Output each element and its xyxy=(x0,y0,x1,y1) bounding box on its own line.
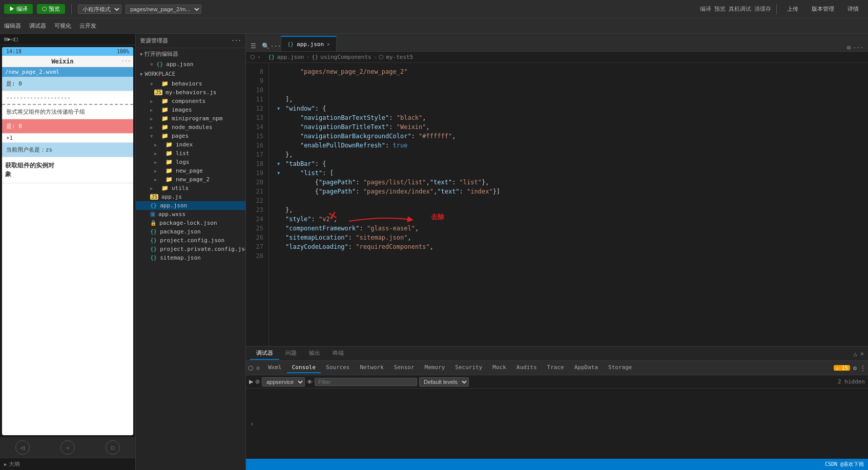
file-sitemap[interactable]: {} sitemap.json xyxy=(136,253,245,262)
phone-nav-btn-3[interactable]: □ xyxy=(106,440,120,455)
preview-button[interactable]: ⬡ 预览 xyxy=(37,4,65,14)
phone-nav-btn-2[interactable]: ○ xyxy=(60,440,75,455)
breadcrumb-item-1[interactable]: app.json xyxy=(277,54,304,60)
sitemap-icon: {} xyxy=(150,254,157,261)
mode-select[interactable]: 小程序模式 xyxy=(78,5,121,14)
devtools-tab-memory[interactable]: Memory xyxy=(420,362,450,373)
file-package-json[interactable]: {} package.json xyxy=(136,227,245,236)
folder-new-page[interactable]: ▶ 📁 new_page xyxy=(136,166,245,175)
folder-pages[interactable]: ▼ 📁 pages xyxy=(136,132,245,140)
code-line-17: }, xyxy=(277,150,868,159)
clear-cache-btn[interactable]: 清缓存 xyxy=(754,5,771,13)
folder-list[interactable]: ▶ 📁 list xyxy=(136,149,245,158)
folder-new-page-2[interactable]: ▶ 📁 new_page_2 xyxy=(136,175,245,184)
visual-menu[interactable]: 可视化 xyxy=(54,22,71,30)
folder-utils[interactable]: ▶ 📁 utils xyxy=(136,184,245,193)
devtools-settings-btn[interactable]: ⚙ xyxy=(853,365,857,372)
devtools-tab-appdata[interactable]: AppData xyxy=(569,362,603,373)
devtools-tab-security[interactable]: Security xyxy=(450,362,487,373)
devtools-tab-console[interactable]: Console xyxy=(287,362,321,373)
nav-back-btn[interactable]: ⬡ xyxy=(250,54,255,60)
details-button[interactable]: 详情 xyxy=(842,4,864,14)
console-service-select[interactable]: appservice xyxy=(262,377,305,387)
console-area[interactable]: › xyxy=(246,389,868,459)
devtools-tab-storage[interactable]: Storage xyxy=(603,362,637,373)
folder-index[interactable]: ▶ 📁 index xyxy=(136,140,245,149)
file-project-config[interactable]: {} project.config.json xyxy=(136,236,245,245)
device-test-btn[interactable]: 真机调试 xyxy=(729,5,751,13)
file-app-wxss[interactable]: ≡ app.wxss xyxy=(136,210,245,219)
console-clear-btn[interactable]: ⊘ xyxy=(255,378,260,385)
outline-section[interactable]: ▶ 大纲 xyxy=(0,458,135,470)
debugger-menu[interactable]: 调试器 xyxy=(29,22,46,30)
bottom-tab-issues[interactable]: 问题 xyxy=(279,347,303,360)
upload-button[interactable]: 上传 xyxy=(782,4,803,14)
breadcrumb-item-3[interactable]: my-test5 xyxy=(386,54,413,60)
fold-18[interactable]: ▼ xyxy=(277,159,285,168)
split-editor-btn[interactable]: ⊞ xyxy=(847,44,851,51)
console-filter-input[interactable] xyxy=(315,378,417,386)
path-select[interactable]: pages/new_page_2/m... xyxy=(126,5,201,14)
devtools-inspect-btn[interactable]: ⬡ xyxy=(248,365,253,372)
file-app-json[interactable]: {} app.json xyxy=(136,201,245,210)
folder-images[interactable]: ▶ 📁 images xyxy=(136,105,245,114)
devtools-tab-mock[interactable]: Mock xyxy=(487,362,511,373)
breadcrumb-item-2[interactable]: usingComponents xyxy=(320,54,371,60)
devtools-tab-network[interactable]: Network xyxy=(355,362,388,373)
devtools-no-inspect-btn[interactable]: ⊘ xyxy=(256,365,260,372)
editor-more-btn[interactable]: ··· xyxy=(853,44,864,51)
bottom-panel-expand[interactable]: △ xyxy=(854,350,857,357)
file-package-lock[interactable]: 🔒 package-lock.json xyxy=(136,219,245,227)
fold-19[interactable]: ▼ xyxy=(277,168,285,178)
phone-icon-back[interactable]: ◁ xyxy=(11,36,14,42)
file-project-private[interactable]: {} project.private.config.json xyxy=(136,245,245,253)
phone-nav-btn-1[interactable]: ◁ xyxy=(15,440,30,455)
file-panel-more[interactable]: ··· xyxy=(231,37,241,44)
opened-file-close[interactable]: × xyxy=(150,61,153,67)
bottom-tab-terminal[interactable]: 终端 xyxy=(326,347,350,360)
bottom-tab-output[interactable]: 输出 xyxy=(303,347,326,360)
phone-icon-home[interactable]: □ xyxy=(14,36,18,42)
folder-node-modules[interactable]: ▶ 📁 node_modules xyxy=(136,123,245,132)
search-editor-btn[interactable]: 🔍 xyxy=(260,41,271,51)
bottom-panel-close[interactable]: × xyxy=(860,350,864,357)
folder-miniprogram-npm[interactable]: ▶ 📁 miniprogram_npm xyxy=(136,114,245,123)
translate-btn[interactable]: 编译 xyxy=(700,5,711,13)
tab-app-json[interactable]: {} app.json × xyxy=(281,36,337,51)
sidebar-toggle-btn[interactable]: ☰ xyxy=(248,41,258,51)
folder-behaviors[interactable]: ▼ 📁 behaviors xyxy=(136,79,245,88)
phone-item-6: 获取组件的实例对象 xyxy=(2,157,133,183)
editor-menu[interactable]: 编辑器 xyxy=(4,22,21,30)
tab-close-btn[interactable]: × xyxy=(327,41,330,47)
devtools-tab-sources[interactable]: Sources xyxy=(321,362,355,373)
compile-button[interactable]: ▶ 编译 xyxy=(4,4,33,14)
opened-editors-section[interactable]: ▼ 打开的编辑器 xyxy=(136,48,245,60)
phone-icon-play[interactable]: ▶ xyxy=(8,36,11,42)
code-text-25: "componentFramework": "glass-easel", xyxy=(285,224,868,233)
file-my-behaviors[interactable]: JS my-behaviors.js xyxy=(136,88,245,97)
folder-components[interactable]: ▶ 📁 components xyxy=(136,97,245,105)
workplace-section[interactable]: ▼ WORKPLACE xyxy=(136,69,245,79)
opened-file-item[interactable]: × {} app.json xyxy=(136,60,245,69)
devtools-tab-audits[interactable]: Audits xyxy=(511,362,542,373)
preview-btn[interactable]: 预览 xyxy=(714,5,726,13)
console-eye-btn[interactable]: 👁 xyxy=(307,379,313,385)
cloud-menu[interactable]: 云开发 xyxy=(79,22,96,30)
devtools-tab-sensor[interactable]: Sensor xyxy=(389,362,420,373)
bottom-tab-debugger[interactable]: 调试器 xyxy=(250,347,279,360)
code-content[interactable]: "pages/new_page_2/new_page_2" ], xyxy=(269,63,868,346)
second-toolbar: 编辑器 调试器 可视化 云开发 xyxy=(0,18,868,34)
devtools-more-btn[interactable]: ⋮ xyxy=(860,365,866,372)
console-level-select[interactable]: Default levels xyxy=(419,377,469,387)
phone-icon-grid[interactable]: ⊞ xyxy=(4,36,8,42)
more-editor-btn[interactable]: ··· xyxy=(271,41,281,51)
nav-forward-btn[interactable]: › xyxy=(257,54,261,60)
devtools-tab-trace[interactable]: Trace xyxy=(542,362,569,373)
folder-logs[interactable]: ▶ 📁 logs xyxy=(136,158,245,166)
fold-12[interactable]: ▼ xyxy=(277,104,285,113)
devtools-tab-wxml[interactable]: Wxml xyxy=(263,362,287,373)
code-text-10 xyxy=(285,86,868,95)
console-execute-btn[interactable]: ▶ xyxy=(249,378,253,385)
version-button[interactable]: 版本管理 xyxy=(807,4,839,14)
file-app-js[interactable]: JS app.js xyxy=(136,193,245,201)
